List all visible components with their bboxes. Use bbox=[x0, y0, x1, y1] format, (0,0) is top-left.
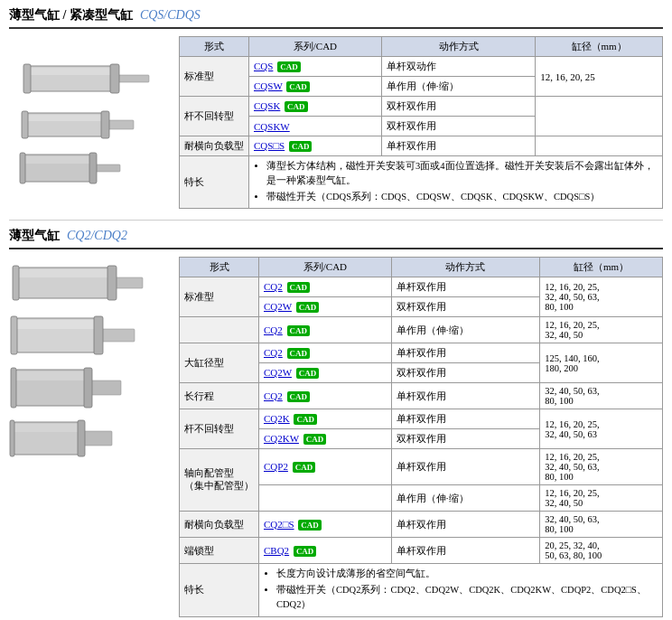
link-cqss[interactable]: CQS□S bbox=[254, 140, 285, 151]
cad-badge: CAD bbox=[287, 391, 311, 402]
action-cell: 单作用（伸·缩） bbox=[391, 317, 539, 343]
link-cbq2[interactable]: CBQ2 bbox=[264, 545, 289, 556]
product-image-1 bbox=[18, 57, 163, 102]
link-cqsw[interactable]: CQSW bbox=[254, 80, 283, 91]
table-row: 标准型 CQ2 CAD 单杆双作用 12, 16, 20, 25,32, 40,… bbox=[180, 277, 663, 297]
action-cell: 单杆双作用 bbox=[391, 512, 539, 538]
series-cell: CQS□S CAD bbox=[249, 136, 382, 156]
type-large: 大缸径型 bbox=[180, 343, 259, 383]
link-cq2-large[interactable]: CQ2 bbox=[264, 347, 283, 358]
action-cell: 单杆双作用 bbox=[381, 136, 535, 156]
link-cq2k[interactable]: CQ2K bbox=[264, 413, 290, 424]
table-row: 杆不回转型 CQ2K CAD 单杆双作用 12, 16, 20, 25,32, … bbox=[180, 409, 663, 429]
product-image-s2-3 bbox=[9, 365, 154, 412]
svg-rect-8 bbox=[22, 111, 28, 138]
link-cqsk[interactable]: CQSK bbox=[254, 100, 280, 111]
bore-cell: 12, 16, 20, 25 bbox=[536, 57, 663, 97]
col-header-bore2: 缸径（mm） bbox=[540, 258, 663, 277]
col-header-action2: 动作方式 bbox=[391, 258, 539, 277]
cad-badge: CAD bbox=[293, 462, 316, 473]
cad-badge: CAD bbox=[303, 434, 327, 445]
bore-cell: 12, 16, 20, 25,32, 40, 50 bbox=[540, 317, 663, 343]
link-cq2[interactable]: CQ2 bbox=[264, 281, 283, 292]
type-cell-lateral: 耐横向负载型 bbox=[180, 136, 249, 156]
bore-cell: 32, 40, 50, 63,80, 100 bbox=[540, 512, 663, 538]
link-cq2-long[interactable]: CQ2 bbox=[264, 390, 283, 401]
series-cell: CQSK CAD bbox=[249, 97, 382, 117]
type-cell-features: 特长 bbox=[180, 156, 249, 209]
section1-title-cn: 薄型气缸 / 紧凑型气缸 bbox=[9, 7, 133, 23]
svg-rect-22 bbox=[100, 329, 135, 342]
svg-rect-26 bbox=[14, 371, 90, 380]
cad-badge: CAD bbox=[277, 61, 301, 72]
series-cell: CQ2 CAD bbox=[259, 277, 392, 297]
svg-rect-1 bbox=[27, 68, 117, 75]
svg-rect-3 bbox=[23, 64, 31, 93]
cad-badge: CAD bbox=[296, 368, 320, 379]
action-cell: 双杆双作用 bbox=[381, 97, 535, 117]
bore-cell bbox=[536, 136, 663, 156]
section2-table: 形式 系列/CAD 动作方式 缸径（mm） 标准型 CQ2 CAD 单杆双作用 … bbox=[179, 257, 663, 616]
type-norot2: 杆不回转型 bbox=[180, 409, 259, 449]
cad-badge: CAD bbox=[286, 81, 310, 92]
section1-title-en: CQS/CDQS bbox=[140, 8, 201, 23]
type-cell-standard1: 标准型 bbox=[180, 57, 249, 97]
section2-images bbox=[9, 257, 172, 616]
svg-rect-19 bbox=[107, 266, 117, 300]
link-cq2w[interactable]: CQ2W bbox=[264, 301, 292, 312]
cad-badge: CAD bbox=[287, 325, 311, 336]
bore-cell: 12, 16, 20, 25,32, 40, 50, 63,80, 100 bbox=[540, 277, 663, 317]
section-cq2: 薄型气缸 CQ2/CDQ2 bbox=[0, 221, 672, 620]
svg-rect-18 bbox=[13, 266, 19, 300]
section2-header: 薄型气缸 CQ2/CDQ2 bbox=[9, 228, 663, 249]
bore-cell: 125, 140, 160,180, 200 bbox=[540, 343, 663, 383]
product-image-s2-4 bbox=[9, 418, 154, 461]
svg-rect-34 bbox=[78, 420, 85, 456]
series-cell: CQ2K CAD bbox=[259, 409, 392, 429]
product-image-s2-1 bbox=[9, 260, 154, 307]
series-cell: CQ2W CAD bbox=[259, 363, 392, 383]
action-cell: 双杆双作用 bbox=[381, 117, 535, 136]
series-cell: CQ2W CAD bbox=[259, 297, 392, 317]
link-cqskw[interactable]: CQSKW bbox=[254, 121, 290, 132]
svg-rect-2 bbox=[117, 75, 149, 82]
notes-cell-2: 长度方向设计成薄形的省空间气缸。 带磁性开关（CDQ2系列：CDQ2、CDQ2W… bbox=[259, 564, 663, 616]
cad-badge: CAD bbox=[285, 101, 308, 112]
col-header-type: 形式 bbox=[180, 37, 249, 57]
series-cell: CQSW CAD bbox=[249, 77, 382, 97]
link-cq2-single[interactable]: CQ2 bbox=[264, 324, 283, 335]
link-cq2s[interactable]: CQ2□S bbox=[264, 519, 294, 530]
svg-rect-17 bbox=[114, 277, 143, 288]
bore-cell: 12, 16, 20, 25,32, 40, 50, 63 bbox=[540, 409, 663, 449]
series-cell: CQSKW bbox=[249, 117, 382, 136]
svg-rect-27 bbox=[90, 380, 121, 395]
cad-badge: CAD bbox=[294, 546, 317, 557]
action-cell: 单杆双作用 bbox=[391, 383, 539, 409]
col-header-series: 系列/CAD bbox=[249, 37, 382, 57]
table-row: 长行程 CQ2 CAD 单杆双作用 32, 40, 50, 63,80, 100 bbox=[180, 383, 663, 409]
notes-cell-1: 薄型长方体结构，磁性开关安装可3面或4面位置选择。磁性开关安装后不会露出缸体外，… bbox=[249, 156, 663, 209]
series-cell: CQ2□S CAD bbox=[259, 512, 392, 538]
link-cqs[interactable]: CQS bbox=[254, 61, 273, 71]
action-cell: 双杆双作用 bbox=[391, 363, 539, 383]
cad-badge: CAD bbox=[298, 520, 322, 531]
link-cq2w-large[interactable]: CQ2W bbox=[264, 367, 292, 378]
series-cell: CBQ2 CAD bbox=[259, 538, 392, 564]
section1-content: 形式 系列/CAD 动作方式 缸径（mm） 标准型 CQS CAD 单杆双动作 … bbox=[9, 36, 663, 209]
svg-rect-14 bbox=[89, 153, 97, 183]
table-row: 端锁型 CBQ2 CAD 单杆双作用 20, 25, 32, 40,50, 63… bbox=[180, 538, 663, 564]
svg-rect-11 bbox=[23, 156, 95, 164]
series-cell: CQP2 CAD bbox=[259, 449, 392, 485]
col-header-series2: 系列/CAD bbox=[259, 258, 392, 277]
svg-rect-7 bbox=[107, 120, 134, 129]
svg-rect-32 bbox=[83, 431, 112, 446]
cad-badge: CAD bbox=[294, 414, 317, 425]
svg-rect-24 bbox=[94, 316, 103, 354]
link-cqp2[interactable]: CQP2 bbox=[264, 461, 288, 472]
action-cell: 单杆双作用 bbox=[391, 277, 539, 297]
table-row-notes: 特长 薄型长方体结构，磁性开关安装可3面或4面位置选择。磁性开关安装后不会露出缸… bbox=[180, 156, 663, 209]
svg-rect-4 bbox=[110, 64, 119, 93]
svg-rect-13 bbox=[20, 153, 25, 183]
link-cq2kw[interactable]: CQ2KW bbox=[264, 433, 299, 444]
cad-badge: CAD bbox=[287, 348, 311, 359]
